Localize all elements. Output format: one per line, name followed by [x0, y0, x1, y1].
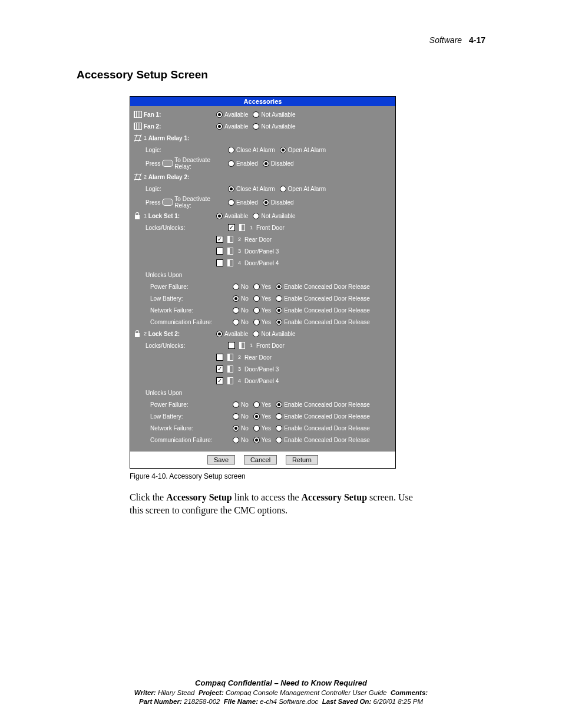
door-icon: [227, 259, 233, 266]
ls2-nf-yes[interactable]: [253, 425, 260, 431]
ls2-cf-yes[interactable]: [253, 437, 260, 443]
fan-icon: [134, 123, 142, 130]
ls1-pf-ecdr[interactable]: [276, 284, 282, 290]
relay2-enabled-radio[interactable]: [228, 199, 234, 206]
ls1-cf-yes[interactable]: [253, 319, 260, 325]
body-paragraph: Click the Accessory Setup link to access…: [130, 491, 424, 516]
oval-button-icon: [162, 199, 174, 206]
page-footer: Compaq Confidential – Need to Know Requi…: [0, 678, 562, 707]
ls1-lb-ecdr[interactable]: [276, 295, 282, 302]
relay2-close-radio[interactable]: [228, 186, 234, 192]
ls2-pf-yes[interactable]: [253, 401, 260, 408]
ls1-pf-yes[interactable]: [253, 284, 260, 290]
ls2-unlocks-upon: Unlocks Upon: [146, 390, 182, 396]
ls1-lb-no[interactable]: [233, 295, 239, 302]
fan-icon: [134, 111, 142, 118]
ls1-nf-yes[interactable]: [253, 307, 260, 314]
window-titlebar: Accessories: [130, 97, 395, 106]
ls2-cf-no[interactable]: [233, 437, 239, 443]
ls1-locks-label: Locks/Unlocks:: [146, 225, 185, 231]
ls2-cf-ecdr[interactable]: [276, 437, 282, 443]
ls1-nf-ecdr[interactable]: [276, 307, 282, 314]
ls1-door2-chk[interactable]: [216, 236, 223, 243]
page-title: Accessory Setup Screen: [77, 68, 485, 81]
door-icon: [227, 236, 233, 243]
ls2-lb-ecdr[interactable]: [276, 413, 282, 420]
relay2-open-radio[interactable]: [280, 186, 286, 192]
ls2-lb-yes[interactable]: [253, 413, 260, 420]
ls2-door2-chk[interactable]: [216, 354, 223, 361]
door-icon: [227, 377, 233, 384]
lockset1-label: Lock Set 1:: [148, 213, 180, 219]
fan1-notavailable-radio[interactable]: [253, 111, 259, 118]
relay2-disabled-radio[interactable]: [263, 199, 269, 206]
save-button[interactable]: Save: [207, 455, 235, 465]
page-header: Software 4-17: [77, 35, 485, 45]
ls1-cf-no[interactable]: [233, 319, 239, 325]
relay1-disabled-radio[interactable]: [263, 160, 269, 167]
relay1-enabled-radio[interactable]: [228, 160, 234, 167]
ls1-pf-no[interactable]: [233, 284, 239, 290]
ls2-door4-chk[interactable]: [216, 377, 223, 384]
door-icon: [239, 342, 245, 349]
fan1-available-radio[interactable]: [216, 111, 223, 118]
ls1-unlocks-upon: Unlocks Upon: [146, 272, 182, 278]
lock-icon: [134, 212, 142, 219]
ls1-available-radio[interactable]: [216, 213, 223, 219]
ls1-door4-chk[interactable]: [216, 259, 223, 266]
ls2-locks-label: Locks/Unlocks:: [146, 342, 185, 349]
ls2-available-radio[interactable]: [216, 331, 223, 337]
fan2-available-radio[interactable]: [216, 123, 223, 130]
ls2-door1-chk[interactable]: [228, 342, 235, 349]
fan2-label: Fan 2:: [144, 123, 161, 130]
ls1-notavailable-radio[interactable]: [253, 213, 259, 219]
relay-icon: [134, 173, 142, 180]
ls1-door1-chk[interactable]: [228, 224, 235, 231]
door-icon: [227, 354, 233, 361]
door-icon: [227, 365, 233, 373]
footer-confidential: Compaq Confidential – Need to Know Requi…: [71, 678, 491, 689]
return-button[interactable]: Return: [286, 455, 318, 465]
ls2-pf-no[interactable]: [233, 401, 239, 408]
fan2-notavailable-radio[interactable]: [253, 123, 259, 130]
ls2-lb-no[interactable]: [233, 413, 239, 420]
relay1-open-radio[interactable]: [280, 147, 286, 153]
lockset2-label: Lock Set 2:: [148, 331, 180, 337]
relay2-logic-label: Logic:: [146, 186, 161, 192]
header-page: 4-17: [469, 35, 485, 45]
accessories-screenshot: Accessories Fan 1: Available Not Availab…: [130, 96, 396, 469]
relay-icon: [134, 134, 142, 141]
figure-caption: Figure 4-10. Accessory Setup screen: [130, 472, 485, 480]
ls2-pf-ecdr[interactable]: [276, 401, 282, 408]
ls1-cf-ecdr[interactable]: [276, 319, 282, 325]
ls2-nf-ecdr[interactable]: [276, 425, 282, 431]
ls2-notavailable-radio[interactable]: [253, 331, 259, 337]
relay1-logic-label: Logic:: [146, 147, 161, 153]
door-icon: [227, 248, 233, 255]
alarm-relay1-label: Alarm Relay 1:: [148, 135, 189, 141]
fan1-label: Fan 1:: [144, 111, 161, 118]
ls2-nf-no[interactable]: [233, 425, 239, 431]
ls1-door3-chk[interactable]: [216, 248, 223, 255]
oval-button-icon: [162, 160, 174, 167]
ls2-door3-chk[interactable]: [216, 365, 223, 373]
door-icon: [239, 224, 245, 231]
relay1-close-radio[interactable]: [228, 147, 234, 153]
ls1-nf-no[interactable]: [233, 307, 239, 314]
ls1-lb-yes[interactable]: [253, 295, 260, 302]
alarm-relay2-label: Alarm Relay 2:: [148, 174, 189, 180]
lock-icon: [134, 330, 142, 337]
cancel-button[interactable]: Cancel: [244, 455, 277, 465]
header-software: Software: [429, 35, 462, 45]
